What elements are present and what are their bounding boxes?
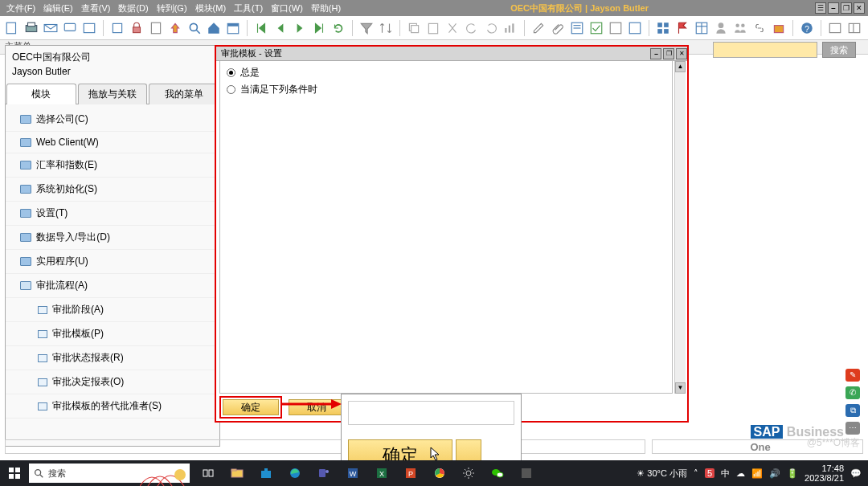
undo-icon[interactable] [465,21,479,35]
radio-icon[interactable] [227,68,235,77]
tree-approval-status-report[interactable]: 审批状态报表(R) [6,346,219,370]
tree-select-company[interactable]: 选择公司(C) [6,108,219,132]
clock[interactable]: 17:48 2023/8/21 [805,464,844,483]
tray-cloud-icon[interactable]: ☁ [736,468,745,479]
window-icon[interactable] [828,21,842,35]
calendar-icon[interactable] [226,21,240,35]
help-icon[interactable]: ? [800,21,814,35]
store-icon[interactable] [252,460,280,486]
explorer-icon[interactable] [223,460,251,486]
approve-icon[interactable] [589,21,604,35]
tree-substitute-approvers[interactable]: 审批模板的替代批准者(S) [6,394,219,419]
tab-modules[interactable]: 模块 [6,84,76,104]
reject-icon[interactable] [608,21,623,35]
scroll-track[interactable] [675,72,686,382]
tab-drag-link[interactable]: 拖放与关联 [78,84,148,104]
menu-file[interactable]: 文件(F) [3,2,39,14]
volume-icon[interactable]: 🔊 [769,468,780,479]
menu-data[interactable]: 数据(D) [115,2,151,14]
tree-approval-stages[interactable]: 审批阶段(A) [6,298,219,322]
edge-icon[interactable] [281,460,309,486]
settings-icon[interactable] [455,460,482,486]
radio-condition-row[interactable]: 当满足下列条件时 [227,81,665,98]
chart-icon[interactable] [503,21,518,35]
wechat-icon[interactable] [484,460,511,486]
sms-icon[interactable] [63,21,77,35]
doc-icon[interactable] [149,21,163,35]
ime-indicator[interactable]: 中 [721,468,730,480]
next-icon[interactable] [293,21,307,35]
user-icon[interactable] [714,21,728,35]
grid-icon[interactable] [656,21,670,35]
menu-tools[interactable]: 工具(T) [231,2,266,14]
edit-icon[interactable] [531,21,546,35]
shortcut-icon[interactable]: ⋯ [845,422,860,435]
minimize-icon[interactable]: ‒ [650,48,661,59]
shortcut-icon[interactable]: ⧉ [845,404,860,417]
fax-icon[interactable] [82,21,96,35]
menu-view[interactable]: 查看(V) [78,2,114,14]
notification-center-icon[interactable]: 💬 [850,468,862,479]
attach-icon[interactable] [551,21,565,35]
tree-approval-templates[interactable]: 审批模板(P) [6,322,219,346]
excel-icon[interactable]: X [368,460,395,486]
report-icon[interactable] [628,21,642,35]
home-icon[interactable] [207,21,221,35]
scroll-down-icon[interactable]: ▼ [675,382,686,394]
tray-icon[interactable]: ☰ [815,2,826,14]
shortcut-icon[interactable]: ✆ [845,386,860,399]
menu-window[interactable]: 窗口(W) [268,2,306,14]
weather-widget[interactable]: ☀ 30°C 小雨 [637,468,687,480]
prev-icon[interactable] [273,21,288,35]
refresh-icon[interactable] [331,21,346,35]
teams-icon[interactable] [310,460,338,486]
chrome-icon[interactable] [426,460,453,486]
layout-icon[interactable] [847,21,862,35]
tree-data-io[interactable]: 数据导入/导出(D) [6,226,219,250]
search-input[interactable] [713,42,817,58]
radio-always-row[interactable]: 总是 [227,64,665,81]
battery-icon[interactable]: 🔋 [787,468,798,479]
wifi-icon[interactable]: 📶 [751,468,763,479]
shortcut-icon[interactable]: ✎ [845,369,860,382]
tree-web-client[interactable]: Web Client(W) [6,132,219,153]
print-icon[interactable] [24,21,39,35]
users-icon[interactable] [733,21,747,35]
tree-exchange-rates[interactable]: 汇率和指数(E) [6,153,219,178]
form-icon[interactable] [570,21,584,35]
cut-icon[interactable] [445,21,460,35]
tree-utilities[interactable]: 实用程序(U) [6,250,219,274]
lock-icon[interactable] [129,21,144,35]
last-icon[interactable] [312,21,326,35]
copy-icon[interactable] [407,21,421,35]
ok-button[interactable]: 确定 [223,399,279,415]
menu-module[interactable]: 模块(M) [192,2,230,14]
tray-chevron-icon[interactable]: ˄ [694,468,698,479]
word-icon[interactable]: W [339,460,366,486]
redo-icon[interactable] [484,21,498,35]
new-icon[interactable] [5,21,19,35]
tree-approval-process[interactable]: 审批流程(A) [6,274,219,298]
dialog-titlebar[interactable]: 审批模板 - 设置 ‒ ❐ ✕ [216,47,687,61]
table-icon[interactable] [694,21,709,35]
minimize-icon[interactable]: ‒ [828,2,839,14]
tree-approval-decision-report[interactable]: 审批决定报表(O) [6,370,219,394]
notification-badge[interactable]: 5 [705,468,714,478]
maximize-icon[interactable]: ❐ [663,48,674,59]
box-icon[interactable] [772,21,786,35]
up-icon[interactable] [168,21,182,35]
first-icon[interactable] [254,21,268,35]
paste-icon[interactable] [426,21,440,35]
maximize-icon[interactable]: ❐ [841,2,852,14]
menu-help[interactable]: 帮助(H) [308,2,344,14]
link-icon[interactable] [752,21,767,35]
tree-system-init[interactable]: 系统初始化(S) [6,178,219,202]
search-button[interactable]: 搜索 [822,42,856,58]
radio-icon[interactable] [227,85,235,94]
sort-icon[interactable] [379,21,393,35]
filter-icon[interactable] [359,21,374,35]
tab-my-menu[interactable]: 我的菜单 [149,84,219,104]
taskbar-search[interactable]: 搜索 [29,464,190,483]
dialog-scrollbar[interactable]: ▲ ▼ [674,61,686,394]
tree-settings[interactable]: 设置(T) [6,202,219,226]
